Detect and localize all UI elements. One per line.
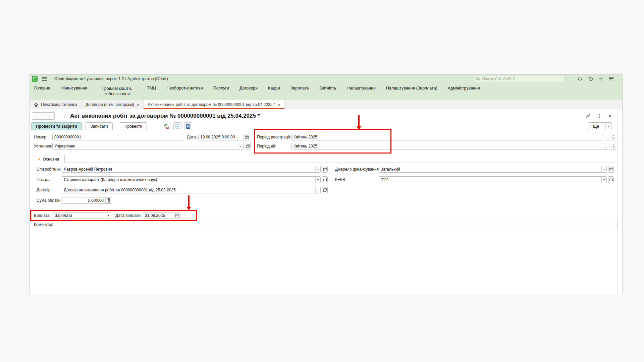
chevron-down-icon[interactable]: ▾: [315, 187, 320, 193]
calendar-icon[interactable]: [244, 134, 250, 140]
close-document-icon[interactable]: ×: [609, 114, 611, 118]
spinner-down-icon[interactable]: ▾: [611, 146, 616, 150]
contract-open-button[interactable]: [322, 187, 328, 193]
contract-combo[interactable]: Договір на виконання робіт № 00000000000…: [62, 187, 321, 193]
search-input[interactable]: [482, 77, 564, 81]
menu-posluhy[interactable]: Послуги: [213, 86, 229, 90]
funding-source-value: Загальний: [379, 167, 601, 172]
chevron-down-icon[interactable]: ▾: [106, 213, 111, 219]
dt-kt-postings-button[interactable]: ДтКт: [163, 122, 171, 130]
forward-button[interactable]: →: [43, 112, 55, 120]
open-in-list-icon: [323, 168, 327, 171]
favorites-star-icon[interactable]: ☆: [599, 76, 603, 81]
contract-label: Договір:: [37, 187, 52, 193]
date-label: Дата:: [187, 134, 197, 140]
print-document-icon-button[interactable]: [173, 122, 181, 130]
institution-label: Установа:: [34, 143, 52, 149]
close-icon[interactable]: ×: [137, 103, 140, 107]
global-search[interactable]: [474, 76, 566, 82]
menu-zarplata[interactable]: Зарплата: [290, 86, 309, 90]
chevron-down-icon[interactable]: ▾: [238, 143, 243, 149]
registration-period-input[interactable]: [291, 134, 603, 140]
tab-act-document[interactable]: Акт виконаних робіт за договором № 00000…: [144, 100, 285, 109]
star-icon: ★: [37, 157, 41, 162]
menu-administruvannia[interactable]: Адміністрування: [448, 86, 480, 90]
chevron-down-icon[interactable]: ▾: [601, 177, 606, 183]
favorite-toggle-star-icon[interactable]: ☆: [63, 113, 68, 120]
menu-nalashtuvannia[interactable]: Налаштування: [346, 86, 375, 90]
tab-contracts-label: Договори (в т.ч. авторські): [86, 102, 134, 107]
action-period-input[interactable]: [291, 143, 603, 149]
menu-nalashtuvannia-zarplata[interactable]: Налаштування (Зарплата): [386, 86, 437, 90]
payment-sum-label: Сума оплати:: [37, 197, 62, 204]
more-actions-button[interactable]: Ще ▾: [588, 122, 611, 130]
position-open-button[interactable]: [322, 176, 328, 183]
kekv-label: КЕКВ:: [335, 176, 346, 183]
spinner-up-icon[interactable]: ▴: [611, 143, 616, 146]
date-input[interactable]: [199, 134, 244, 140]
action-period-select-button[interactable]: ...: [604, 143, 610, 149]
spinner-down-icon[interactable]: ▾: [611, 137, 616, 141]
employee-combo[interactable]: Лавров Арсеній Петрович ▾: [62, 166, 321, 173]
kekv-combo[interactable]: 2111 ▾: [379, 176, 607, 183]
history-icon[interactable]: [588, 76, 593, 81]
menu-hroshovi-koshty[interactable]: Грошові кошти, зобов'язання: [98, 86, 137, 97]
main-menu-icon[interactable]: [42, 77, 47, 81]
close-icon[interactable]: ×: [278, 103, 280, 107]
command-bar: Провести та закрити Записати Провести Дт…: [31, 122, 616, 130]
action-period-spinner[interactable]: ▴ ▾: [611, 143, 616, 149]
registration-period-label: Період реєстрації:: [257, 134, 291, 140]
save-button[interactable]: Записати: [86, 122, 113, 130]
payout-value: Зарплата: [53, 213, 106, 218]
tab-osnovna[interactable]: ★ Основна: [34, 155, 65, 163]
number-input[interactable]: [52, 134, 183, 140]
payment-sum-input[interactable]: [62, 197, 105, 203]
institution-open-button[interactable]: [245, 143, 251, 149]
open-windows-tabstrip: Початкова сторінка Договори (в т.ч. авто…: [30, 100, 622, 109]
app-title: Облік бюджетної установи, версія 1.2 / А…: [54, 76, 168, 81]
funding-source-open-button[interactable]: [608, 166, 614, 173]
chevron-down-icon[interactable]: ▾: [601, 166, 606, 172]
post-and-close-button[interactable]: Провести та закрити: [31, 122, 82, 130]
calculator-icon[interactable]: [105, 197, 112, 203]
registration-period-spinner[interactable]: ▴ ▾: [611, 134, 616, 140]
contract-value: Договір на виконання робіт № 00000000000…: [62, 188, 315, 192]
position-value: Старший лаборант (Кафедра математичних н…: [62, 177, 315, 182]
calendar-icon[interactable]: [174, 213, 180, 219]
position-combo[interactable]: Старший лаборант (Кафедра математичних н…: [62, 176, 321, 183]
payout-date-input[interactable]: [143, 213, 174, 219]
copy-link-icon[interactable]: [585, 113, 591, 119]
payout-combo[interactable]: Зарплата ▾: [53, 212, 111, 219]
employee-open-button[interactable]: [322, 166, 328, 173]
chevron-down-icon[interactable]: ▾: [315, 166, 320, 172]
menu-tmts[interactable]: ТМЦ: [147, 86, 156, 90]
menu-kadry[interactable]: Кадри: [268, 86, 280, 90]
menu-neoborotni-aktyvy[interactable]: Необоротні активи: [166, 86, 203, 90]
back-button[interactable]: ←: [32, 112, 43, 120]
chevron-down-icon[interactable]: ▾: [315, 177, 320, 183]
menu-holovne[interactable]: Головне: [34, 86, 50, 90]
more-label: Ще: [593, 124, 599, 129]
post-button[interactable]: Провести: [120, 122, 147, 130]
open-in-list-icon: [323, 178, 327, 181]
comment-input[interactable]: [57, 221, 618, 228]
menu-dohovory[interactable]: Договори: [239, 86, 258, 90]
personnel-journal-icon-button[interactable]: [184, 122, 192, 130]
tab-contracts[interactable]: Договори (в т.ч. авторські) ×: [82, 100, 144, 109]
menu-zvitnist[interactable]: Звітність: [319, 86, 336, 90]
menu-finansuvannia[interactable]: Фінансування: [61, 86, 88, 90]
date-field[interactable]: [198, 134, 250, 140]
notifications-bell-icon[interactable]: [577, 76, 583, 81]
institution-combo[interactable]: Управління ▾: [52, 143, 244, 149]
payout-date-field[interactable]: [143, 212, 180, 219]
payment-sum-field[interactable]: [62, 197, 112, 204]
service-menu-icon[interactable]: [608, 76, 614, 81]
tab-home[interactable]: Початкова сторінка: [30, 100, 82, 109]
funding-source-label: Джерело фінансування:: [335, 166, 380, 173]
tab-osnovna-label: Основна: [43, 157, 59, 162]
more-dots-icon[interactable]: ⋮: [597, 114, 602, 118]
spinner-up-icon[interactable]: ▴: [611, 134, 616, 137]
funding-source-combo[interactable]: Загальний ▾: [379, 166, 607, 173]
registration-period-select-button[interactable]: ...: [604, 134, 610, 140]
kekv-open-button[interactable]: [608, 176, 614, 183]
